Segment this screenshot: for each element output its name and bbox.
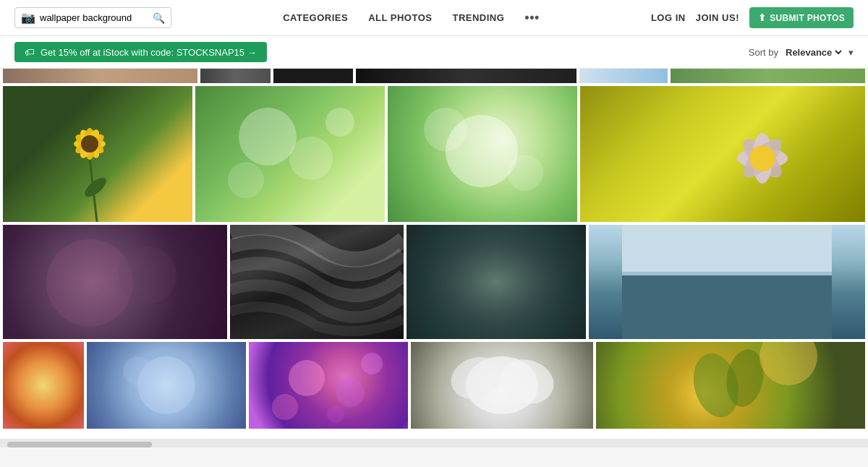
svg-point-34 — [272, 394, 298, 420]
svg-rect-26 — [622, 225, 832, 275]
svg-point-33 — [361, 353, 383, 374]
svg-point-13 — [228, 162, 264, 198]
svg-point-41 — [760, 342, 817, 385]
svg-rect-25 — [407, 225, 586, 339]
photo-cell[interactable] — [388, 86, 577, 222]
photo-cell[interactable] — [87, 342, 246, 429]
svg-point-11 — [239, 108, 297, 166]
promo-text: Get 15% off at iStock with code: STOCKSN… — [41, 47, 257, 58]
svg-point-12 — [289, 137, 333, 180]
scrollbar-thumb[interactable] — [7, 442, 152, 447]
submit-photos-button[interactable]: ⬆ SUBMIT PHOTOS — [749, 7, 854, 28]
promo-bar: 🏷 Get 15% off at iStock with code: STOCK… — [0, 36, 868, 69]
search-bar[interactable]: 📷 🔍 — [14, 7, 171, 28]
photo-row-2 — [0, 225, 868, 339]
search-icon[interactable]: 🔍 — [153, 12, 165, 24]
photo-cell[interactable] — [3, 225, 227, 339]
nav-categories[interactable]: CATEGORIES — [283, 12, 348, 23]
photo-cell[interactable] — [195, 86, 385, 222]
sort-bar: Sort by Relevance ▾ — [749, 46, 854, 59]
nav-trending[interactable]: TRENDING — [452, 12, 504, 23]
partial-thumb[interactable] — [356, 69, 576, 83]
header: 📷 🔍 CATEGORIES ALL PHOTOS TRENDING ••• L… — [0, 0, 868, 36]
camera-icon: 📷 — [21, 11, 35, 25]
login-button[interactable]: LOG IN — [651, 12, 686, 23]
svg-point-16 — [424, 108, 467, 151]
photo-row-1 — [0, 86, 868, 222]
photo-cell[interactable] — [580, 86, 865, 222]
scrollbar-container — [0, 439, 868, 447]
photo-cell[interactable] — [589, 225, 865, 339]
svg-rect-28 — [622, 275, 832, 339]
photo-cell[interactable] — [407, 225, 586, 339]
partial-thumb[interactable] — [200, 69, 271, 83]
partial-thumb[interactable] — [273, 69, 353, 83]
svg-point-35 — [327, 406, 344, 423]
svg-point-32 — [336, 378, 365, 407]
photo-cell[interactable] — [230, 225, 404, 339]
partial-thumb[interactable] — [671, 69, 865, 83]
search-input[interactable] — [40, 12, 148, 23]
sort-chevron-icon: ▾ — [848, 47, 854, 58]
nav-all-photos[interactable]: ALL PHOTOS — [368, 12, 432, 23]
photo-row-3 — [0, 342, 868, 429]
svg-point-22 — [749, 145, 775, 171]
promo-icon: 🏷 — [25, 46, 35, 58]
partial-row — [0, 69, 868, 83]
main-nav: CATEGORIES ALL PHOTOS TRENDING ••• — [186, 10, 637, 25]
svg-point-30 — [123, 356, 152, 385]
photo-cell[interactable] — [249, 342, 408, 429]
photo-cell[interactable] — [3, 86, 192, 222]
svg-point-10 — [82, 174, 109, 200]
nav-more[interactable]: ••• — [524, 10, 539, 25]
svg-point-17 — [507, 155, 543, 191]
svg-point-9 — [81, 135, 98, 153]
upload-icon: ⬆ — [758, 12, 766, 23]
photo-cell[interactable] — [3, 342, 84, 429]
partial-thumb[interactable] — [3, 69, 197, 83]
sort-label: Sort by — [749, 47, 778, 58]
header-actions: LOG IN JOIN US! ⬆ SUBMIT PHOTOS — [651, 7, 854, 28]
svg-point-14 — [326, 108, 354, 137]
svg-point-31 — [289, 360, 325, 396]
join-button[interactable]: JOIN US! — [696, 12, 739, 23]
photo-cell[interactable] — [596, 342, 865, 429]
svg-rect-27 — [622, 272, 832, 275]
promo-message[interactable]: 🏷 Get 15% off at iStock with code: STOCK… — [14, 42, 267, 62]
sort-select[interactable]: Relevance — [783, 46, 844, 59]
photo-grid — [0, 69, 868, 439]
svg-point-24 — [119, 247, 176, 304]
photo-cell[interactable] — [411, 342, 593, 429]
partial-thumb[interactable] — [579, 69, 668, 83]
